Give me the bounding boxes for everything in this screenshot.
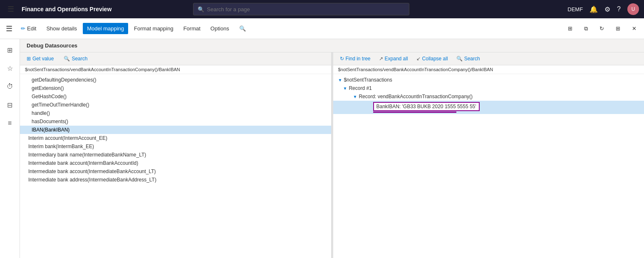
format-tab[interactable]: Format [179,23,205,34]
rtree-sub-record-label: Record: vendBankAccountInTransactionComp… [359,94,473,99]
iban-underline [373,112,456,113]
refresh-button[interactable]: ↻ [595,23,608,34]
format-mapping-label: Format mapping [134,25,173,32]
edit-button[interactable]: ✏ Edit [17,23,40,34]
format-mapping-tab[interactable]: Format mapping [130,23,178,34]
list-item[interactable]: Interim bank(IntermBank_EE) [20,142,331,151]
sidebar-item-home[interactable]: ⊞ [2,42,17,57]
sub-record-collapse-icon: ▼ [353,94,357,99]
list-item[interactable]: Intermediate bank account(IntermediateBa… [20,167,331,176]
rtree-root[interactable]: ▼ $notSentTransactions [333,76,644,84]
list-item[interactable]: getExtension() [20,84,331,92]
right-tree-container[interactable]: ▼ $notSentTransactions ▼ Record #1 ▼ Rec… [333,74,644,258]
expand-window-button[interactable]: ⊞ [612,23,624,34]
expand-all-button[interactable]: ↗ Expand all [377,55,410,62]
notifications-icon[interactable]: 🔔 [590,5,598,13]
close-icon: ✕ [632,25,637,32]
list-item[interactable]: Intermediate bank account(IntermBankAcco… [20,159,331,167]
sidebar-item-history[interactable]: ⏱ [2,79,17,94]
left-search-label: Search [72,56,87,62]
hamburger-button[interactable]: ☰ [5,2,17,16]
left-tree-container[interactable]: getDefaultingDependencies()getExtension(… [20,74,331,258]
global-search-input[interactable] [207,6,405,12]
show-details-label: Show details [46,25,77,32]
top-bar-right: DEMF 🔔 ⚙ ? U [567,3,639,15]
search-toggle-button[interactable]: 🔍 [235,23,250,34]
collapse-all-button[interactable]: ↙ Collapse all [415,55,450,62]
sidebar-item-menu[interactable]: ≡ [2,116,17,131]
expand-all-icon: ↗ [379,56,383,62]
find-in-tree-button[interactable]: ↻ Find in tree [338,55,372,62]
iban-value-box: BankIBAN: 'GB33 BUKB 2020 1555 5555 55' [373,102,480,111]
model-mapping-label: Model mapping [87,25,124,32]
find-in-tree-label: Find in tree [346,56,371,62]
left-search-icon: 🔍 [64,56,70,62]
list-item[interactable]: GetHashCode() [20,92,331,101]
left-path-bar: $notSentTransactions/vendBankAccountInTr… [20,65,331,74]
right-search-button[interactable]: 🔍 Search [455,55,482,62]
left-path-text: $notSentTransactions/vendBankAccountInTr… [25,67,180,72]
global-search-box[interactable]: 🔍 [193,3,409,15]
show-details-button[interactable]: Show details [42,23,81,34]
left-panel: ⊞ Get value 🔍 Search $notSentTransaction… [20,52,332,258]
model-mapping-tab[interactable]: Model mapping [83,23,128,34]
list-item[interactable]: getTimeOutTimerHandle() [20,101,331,109]
list-item[interactable]: Intermediate bank address(IntermediateBa… [20,176,331,184]
sidebar-item-workspaces[interactable]: ⊟ [2,97,17,112]
right-panel-toolbar: ↻ Find in tree ↗ Expand all ↙ Collapse a… [333,52,644,65]
top-bar: ☰ Finance and Operations Preview 🔍 DEMF … [0,0,644,18]
get-value-label: Get value [32,56,54,62]
right-search-label: Search [464,56,480,62]
find-in-tree-icon: ↻ [340,56,344,62]
record1-collapse-icon: ▼ [343,86,347,91]
refresh-icon: ↻ [599,25,604,32]
right-search-icon: 🔍 [456,56,463,62]
sidebar-item-favorites[interactable]: ☆ [2,61,17,76]
collapse-all-icon: ↙ [416,56,421,62]
rtree-record1[interactable]: ▼ Record #1 [333,84,644,92]
list-item[interactable]: Interim account(IntermAccount_EE) [20,134,331,142]
left-panel-toolbar: ⊞ Get value 🔍 Search [20,52,331,65]
rtree-iban-row[interactable]: BankIBAN: 'GB33 BUKB 2020 1555 5555 55' [333,101,644,114]
list-item[interactable]: Intermediary bank name(IntermediateBankN… [20,151,331,159]
list-item[interactable]: getDefaultingDependencies() [20,76,331,84]
left-search-button[interactable]: 🔍 Search [62,55,89,62]
grid-view-button[interactable]: ⊞ [564,23,577,34]
panels-container: ⊞ Get value 🔍 Search $notSentTransaction… [20,52,644,258]
right-path-text: $notSentTransactions/vendBankAccountInTr… [338,67,493,72]
user-avatar[interactable]: U [627,3,639,15]
list-item[interactable]: handle() [20,109,331,117]
options-label: Options [211,25,229,32]
user-name: DEMF [567,6,583,12]
get-value-button[interactable]: ⊞ Get value [25,55,55,62]
grid-view-icon: ⊞ [568,25,572,32]
right-path-bar: $notSentTransactions/vendBankAccountInTr… [333,65,644,74]
root-collapse-icon: ▼ [338,78,342,82]
search-toggle-icon: 🔍 [239,25,246,32]
list-item[interactable]: IBAN(BankIBAN) [20,126,331,134]
options-tab[interactable]: Options [206,23,233,34]
split-view-button[interactable]: ⧉ [580,23,592,35]
main-content: Debug Datasources ⊞ Get value 🔍 Search [20,39,644,258]
right-panel: ↻ Find in tree ↗ Expand all ↙ Collapse a… [333,52,644,258]
settings-icon[interactable]: ⚙ [604,5,610,13]
get-value-icon: ⊞ [27,56,31,62]
list-item[interactable]: hasDocuments() [20,117,331,126]
search-icon: 🔍 [198,6,204,12]
rtree-record1-label: Record #1 [349,85,372,91]
format-label: Format [183,25,201,32]
rtree-sub-record[interactable]: ▼ Record: vendBankAccountInTransactionCo… [333,92,644,101]
expand-all-label: Expand all [385,56,408,62]
nav-hamburger-button[interactable]: ☰ [3,22,15,36]
close-button[interactable]: ✕ [628,23,641,34]
rtree-root-label: $notSentTransactions [344,77,392,83]
app-title: Finance and Operations Preview [22,6,111,12]
left-sidebar: ⊞ ☆ ⏱ ⊟ ≡ [0,39,20,258]
collapse-all-label: Collapse all [422,56,448,62]
edit-label: Edit [27,25,36,32]
edit-icon: ✏ [21,25,25,32]
help-icon[interactable]: ? [617,5,621,13]
split-view-icon: ⧉ [584,25,588,32]
secondary-toolbar: ☰ ✏ Edit Show details Model mapping Form… [0,18,644,39]
iban-value-text: BankIBAN: 'GB33 BUKB 2020 1555 5555 55' [376,104,476,109]
